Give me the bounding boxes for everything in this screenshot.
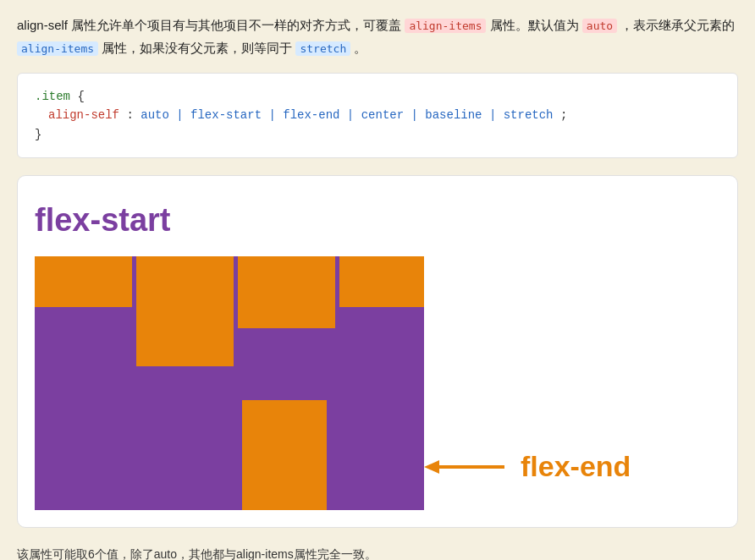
desc-text-2: 属性。默认值为 [486,18,581,32]
code-selector: .item [35,90,70,103]
code-line-3: } [35,125,720,144]
flex-end-annotation: flex-end [424,442,631,491]
code-line-1: .item { [35,87,720,106]
desc-text-4: 属性，如果没有父元素，则等同于 [98,41,295,55]
code-block: .item { align-self : auto | flex-start |… [17,73,738,158]
description-paragraph: align-self 属性允许单个项目有与其他项目不一样的对齐方式，可覆盖 al… [17,14,738,59]
demo-layout: flex-end [35,256,720,510]
bottom-description: 该属性可能取6个值，除了auto，其他都与align-items属性完全一致。 [17,545,738,560]
desc-text-1: align-self 属性允许单个项目有与其他项目不一样的对齐方式，可覆盖 [17,18,405,32]
desc-text-5: 。 [350,41,366,55]
demo-container: flex-start flex-end [17,175,738,528]
code-property: align-self [48,108,119,122]
code-colon: : [126,108,141,122]
inline-code-align-items-1: align-items [405,19,486,33]
code-line-2: align-self : auto | flex-start | flex-en… [35,106,720,124]
orange-box-3 [238,256,335,328]
orange-box-4 [339,256,424,307]
code-values: auto | flex-start | flex-end | center | … [141,108,553,122]
flex-boxes-illustration [35,256,424,510]
arrow-left-icon [424,458,509,475]
code-close-brace: } [35,128,41,141]
desc-text-3: ，表示继承父元素的 [617,18,735,32]
orange-box-2 [136,256,234,366]
orange-box-5-flex-end [242,400,327,510]
code-open-brace: { [77,90,84,103]
code-semicolon: ; [560,108,567,122]
flex-start-label: flex-start [35,193,720,248]
orange-box-1 [35,256,132,307]
flex-end-label: flex-end [521,442,631,491]
inline-code-auto: auto [582,19,617,33]
inline-code-align-items-2: align-items [17,41,98,56]
inline-code-stretch: stretch [295,41,350,56]
svg-marker-1 [424,460,439,474]
